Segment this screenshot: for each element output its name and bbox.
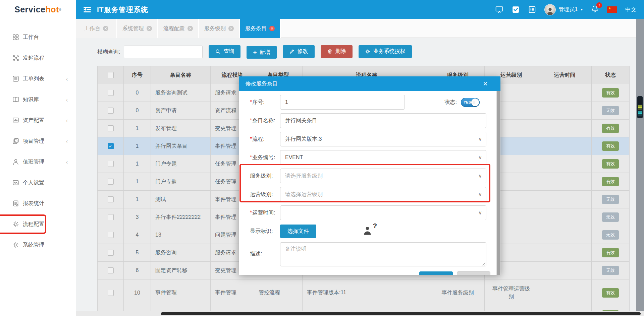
row-checkbox[interactable] xyxy=(108,290,114,296)
sidebar-item-docs[interactable]: 项目管理‹ xyxy=(0,134,76,148)
tab-3[interactable]: 服务级别✕ xyxy=(199,19,240,38)
tab-0[interactable]: 工作台✕ xyxy=(76,19,117,38)
tab-1[interactable]: 系统管理✕ xyxy=(117,19,158,38)
sidebar-item-list[interactable]: 工单列表‹ xyxy=(0,72,76,85)
tab-bar: 工作台✕系统管理✕流程配置✕服务级别✕服务条目✕ xyxy=(76,19,636,38)
chevron-down-icon: ∨ xyxy=(478,154,482,161)
row-checkbox-cell xyxy=(98,102,124,119)
dialog-title: 修改服务条目 xyxy=(246,80,278,87)
tab-label: 工作台 xyxy=(84,25,100,32)
horizontal-scrollbar[interactable] xyxy=(76,311,644,316)
status-cell: 有效 xyxy=(592,244,629,261)
row-checkbox[interactable] xyxy=(108,250,114,256)
cancel-button[interactable] xyxy=(457,271,490,275)
plus-button[interactable]: +新增 xyxy=(247,46,276,59)
monitor-icon[interactable] xyxy=(495,5,503,14)
sidebar-item-book[interactable]: 知识库‹ xyxy=(0,93,76,106)
sidebar-item-person[interactable]: 值班管理‹ xyxy=(0,155,76,169)
name-cell: 服务咨询测试 xyxy=(151,84,211,102)
description-textarea[interactable]: 备注说明 xyxy=(280,242,486,266)
resize-handle[interactable] xyxy=(482,262,485,265)
trash-button[interactable]: 删除 xyxy=(321,45,353,58)
sidebar-item-gear-flow[interactable]: 流程配置 xyxy=(0,217,76,231)
name-cell: 发布管理 xyxy=(151,120,211,137)
top-bar: IT服务管理系统 管理员1 ▾ 7 xyxy=(76,0,644,19)
row-checkbox[interactable] xyxy=(108,179,114,185)
checklist-icon[interactable] xyxy=(528,5,536,14)
sidebar: Servicehot® 工作台发起流程工单列表‹知识库‹资产配置‹项目管理‹值班… xyxy=(0,0,76,316)
row-checkbox[interactable] xyxy=(108,267,114,273)
task-check-icon[interactable] xyxy=(512,5,520,14)
row-checkbox-cell xyxy=(98,226,124,244)
status-cell: 有效 xyxy=(592,155,629,173)
row-checkbox[interactable] xyxy=(108,232,114,238)
dialog-scrollbar[interactable] xyxy=(496,91,500,275)
chevron-collapsed-icon: ‹ xyxy=(66,96,68,103)
user-menu[interactable]: 管理员1 ▾ xyxy=(544,4,583,15)
language-switch[interactable]: 中文 xyxy=(625,6,637,13)
sidebar-item-activity[interactable]: 个人设置 xyxy=(0,176,76,189)
list-icon xyxy=(12,75,19,82)
select-field-2[interactable]: 并行网关版本:3∨ xyxy=(280,132,486,146)
close-tab-icon[interactable]: ✕ xyxy=(269,26,275,31)
chevron-down-icon: ∨ xyxy=(478,210,482,216)
sidebar-item-chart[interactable]: 资产配置‹ xyxy=(0,114,76,127)
close-tab-icon[interactable]: ✕ xyxy=(187,26,193,31)
row-checkbox[interactable] xyxy=(108,196,114,202)
seq-cell: 1 xyxy=(124,155,151,173)
tab-2[interactable]: 流程配置✕ xyxy=(158,19,199,38)
menu-collapse-icon[interactable] xyxy=(84,7,91,12)
row-checkbox[interactable] xyxy=(108,108,114,114)
horizontal-scrollbar-thumb[interactable] xyxy=(161,312,641,315)
status-badge: 无效 xyxy=(602,230,619,240)
sidebar-item-grid[interactable]: 工作台 xyxy=(0,30,76,44)
status-badge: 无效 xyxy=(602,266,619,275)
flag-icon[interactable]: ★ xyxy=(607,6,617,13)
field-label-text: 显示标识: xyxy=(250,228,273,234)
close-icon[interactable]: × xyxy=(483,80,488,88)
choose-file-button[interactable]: 选择文件 xyxy=(280,225,316,238)
input-value: 并行网关条目 xyxy=(285,117,317,124)
select-placeholder: 请选择运营级别 xyxy=(285,191,323,198)
row-checkbox[interactable] xyxy=(108,125,114,131)
row-checkbox[interactable] xyxy=(108,161,114,167)
table-row[interactable]: 10事件管理事件管理管控流程事件管理版本:11事件服务级别事件管理运营级别有效 xyxy=(98,279,629,306)
fuzzy-search-input[interactable] xyxy=(124,46,203,58)
row-checkbox[interactable] xyxy=(108,90,114,96)
sidebar-item-report[interactable]: 报表统计 xyxy=(0,197,76,210)
status-badge: 有效 xyxy=(602,177,619,186)
select-field-4[interactable]: 请选择服务级别∨ xyxy=(280,169,486,183)
close-tab-icon[interactable]: ✕ xyxy=(228,26,234,31)
status-toggle[interactable]: YES xyxy=(461,98,480,107)
notifications-bell[interactable]: 7 xyxy=(591,5,599,14)
sidebar-item-flow[interactable]: 发起流程 xyxy=(0,51,76,65)
select-field-6[interactable]: ∨ xyxy=(280,205,486,220)
select-field-3[interactable]: EVENT∨ xyxy=(280,150,486,165)
close-tab-icon[interactable]: ✕ xyxy=(103,26,108,31)
row-checkbox[interactable] xyxy=(108,143,114,149)
chevron-collapsed-icon: ‹ xyxy=(66,158,68,166)
search-button[interactable]: 查询 xyxy=(209,45,240,58)
gear-button[interactable]: 业务系统授权 xyxy=(359,45,412,58)
tab-label: 服务条目 xyxy=(245,25,267,32)
name-cell: 资产申请 xyxy=(151,102,211,119)
name-input[interactable]: 并行网关条目 xyxy=(280,113,486,128)
edit-service-item-dialog: 修改服务条目 × *序号:1状态:YES*条目名称:并行网关条目*流程:并行网关… xyxy=(239,76,500,275)
row-checkbox[interactable] xyxy=(108,214,114,220)
row-checkbox-cell xyxy=(98,84,124,102)
row-checkbox-cell xyxy=(98,173,124,190)
select-field-5[interactable]: 请选择运营级别∨ xyxy=(280,187,486,202)
seq-input[interactable]: 1 xyxy=(280,95,405,110)
confirm-button[interactable] xyxy=(419,271,453,275)
vertical-scrollbar[interactable] xyxy=(636,19,644,311)
toggle-knob[interactable] xyxy=(471,99,479,106)
status-badge: 无效 xyxy=(602,195,619,204)
select-all-checkbox[interactable] xyxy=(108,72,114,78)
pencil-button[interactable]: 修改 xyxy=(283,45,315,58)
status-badge: 有效 xyxy=(602,124,619,133)
sidebar-item-gear[interactable]: 系统管理 xyxy=(0,238,76,252)
vertical-scrollbar-thumb[interactable] xyxy=(637,96,643,118)
close-tab-icon[interactable]: ✕ xyxy=(147,26,152,31)
tab-active[interactable]: 服务条目✕ xyxy=(240,19,281,38)
status-cell: 无效 xyxy=(592,102,629,119)
